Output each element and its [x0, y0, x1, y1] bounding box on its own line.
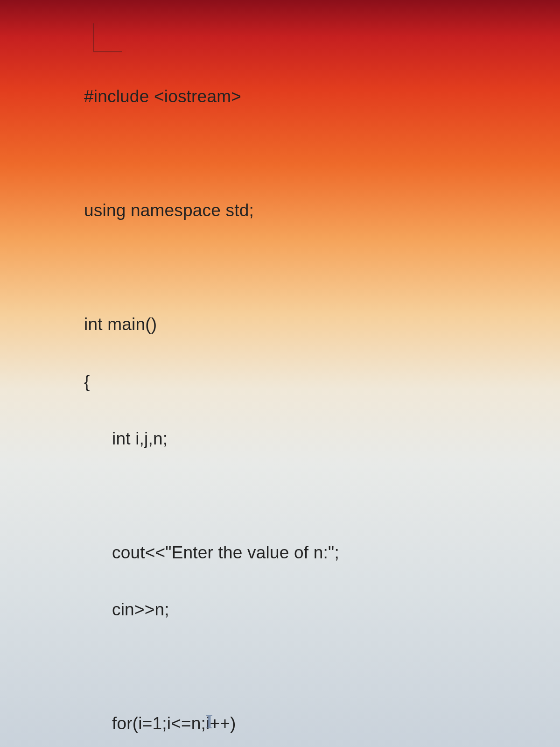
code-line: cout<<"Enter the value of n:"; [84, 538, 339, 567]
code-line: { [84, 367, 339, 396]
code-line: #include <iostream> [84, 82, 339, 111]
text-cursor-icon: I [205, 711, 211, 733]
code-line: for(i=1;i<=n;i++) [84, 709, 339, 738]
code-line [84, 652, 339, 681]
code-line: int main() [84, 310, 339, 338]
code-line [84, 253, 339, 282]
code-line [84, 139, 339, 168]
code-line: using namespace std; [84, 196, 339, 225]
text-cursor-mark [93, 23, 122, 52]
code-line [84, 481, 339, 510]
code-line: int i,j,n; [84, 424, 339, 453]
code-line: cin>>n; [84, 595, 339, 624]
code-block: #include <iostream> using namespace std;… [84, 54, 339, 747]
